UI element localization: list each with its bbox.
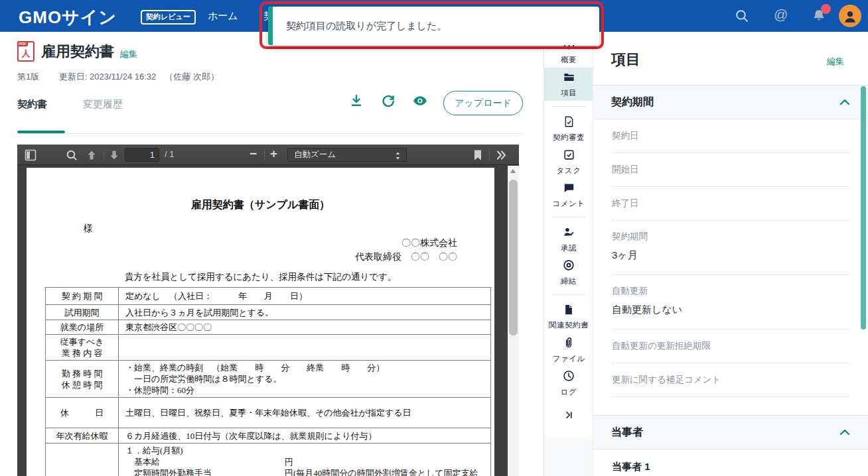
contract-table-row: 勤 務 時 間休 憩 時 間・始業、終業の時刻 （始業 時 分 終業 時 分） …	[46, 361, 491, 398]
panel-field: 自動更新自動更新しない	[612, 275, 850, 329]
section-header[interactable]: 契約期間	[593, 85, 868, 119]
panel-field: 開始日	[612, 153, 850, 187]
side-menu-label: コメント	[552, 199, 585, 209]
field-value: 自動更新しない	[612, 304, 850, 316]
toast-notification: 契約項目の読取りが完了しました。	[268, 7, 599, 45]
contract-doc-title: 雇用契約書（サンプル書面）	[27, 198, 494, 212]
side-menu-label: 締結	[561, 276, 577, 286]
checkbox-icon	[563, 149, 575, 164]
side-menu-item-契約審査[interactable]: 契約審査	[544, 112, 593, 145]
side-menu-item-関連契約書[interactable]: 関連契約書	[544, 300, 593, 333]
side-menu-label: 概要	[561, 55, 577, 65]
comment-icon	[563, 182, 575, 197]
side-menu-item-タスク[interactable]: タスク	[544, 145, 593, 178]
section-header[interactable]: 当事者	[593, 415, 868, 449]
zoom-out-icon[interactable]: −	[250, 147, 257, 161]
side-menu-label: ログ	[561, 387, 577, 397]
pdf-scrollbar-thumb[interactable]	[509, 180, 518, 335]
scroll-up-arrow-icon[interactable]	[510, 169, 516, 173]
target-icon	[562, 259, 575, 274]
chevron-up-icon[interactable]	[839, 98, 850, 106]
tab-contract[interactable]: 契約書	[17, 98, 47, 111]
pdf-scrollbar[interactable]	[508, 166, 519, 476]
panel-field: 更新に関する補足コメント	[612, 363, 850, 397]
pdf-content-area: 雇用契約書（サンプル書面） 様 〇〇株式会社 代表取締役 〇〇 〇〇 貴方を社員…	[17, 166, 519, 476]
download-icon[interactable]	[348, 93, 364, 109]
contract-table-row: 契 約 期 間定めなし （入社日： 年 月 日）	[46, 288, 491, 305]
sidebar-toggle-icon[interactable]	[23, 147, 38, 166]
at-icon[interactable]: @	[774, 7, 790, 23]
zoom-select[interactable]: 自動ズーム	[287, 148, 407, 162]
panel-field: 契約日	[612, 119, 850, 153]
avatar-icon[interactable]	[839, 5, 861, 27]
side-menu-item-承認[interactable]: 承認	[544, 223, 593, 256]
contract-table-row: １．給与(月額) 基本給円 定額時間外勤務手当円(毎月40時間分の時間外割増賃金…	[46, 444, 491, 476]
items-panel: 項目 編集 契約期間契約日開始日終了日契約期間3ヶ月自動更新自動更新しない自動更…	[593, 32, 868, 476]
side-menu-label: 承認	[561, 243, 577, 253]
refresh-icon[interactable]	[380, 93, 396, 109]
side-menu-divider	[552, 217, 585, 217]
field-label: 開始日	[612, 164, 850, 175]
preview-icon[interactable]	[412, 93, 428, 109]
side-menu-item-項目[interactable]: 項目	[544, 68, 593, 101]
page-up-icon[interactable]	[84, 147, 100, 166]
side-menu-label: 項目	[561, 88, 577, 98]
zoom-in-icon[interactable]: +	[270, 147, 277, 161]
side-menu-item-ログ[interactable]: ログ	[544, 367, 593, 400]
side-menu-divider	[552, 294, 585, 295]
document-check-icon	[563, 115, 575, 131]
find-icon[interactable]	[64, 147, 80, 166]
related-doc-icon	[563, 304, 575, 318]
side-menu-divider	[552, 106, 585, 107]
select-arrows-icon	[395, 150, 401, 165]
page-total-label: / 1	[165, 149, 174, 159]
field-label: 終了日	[612, 198, 850, 209]
document-edit-link[interactable]: 編集	[120, 48, 137, 60]
field-label: 自動更新の更新拒絶期限	[612, 341, 850, 351]
collapse-icon	[563, 409, 575, 424]
field-label: 契約日	[612, 131, 850, 141]
panel-field: 終了日	[612, 187, 850, 221]
field-label: 更新に関する補足コメント	[612, 375, 850, 385]
contract-review-badge: 契約レビュー	[141, 10, 196, 25]
page-down-icon[interactable]	[106, 147, 122, 166]
panel-field: 契約期間3ヶ月	[612, 221, 850, 275]
section-title: 契約期間	[611, 95, 654, 109]
panel-edit-link[interactable]: 編集	[827, 56, 844, 68]
panel-field: 当事者 1	[612, 449, 850, 476]
contract-table-row: 試用期間入社日から３ヵ月を試用期間とする。	[46, 305, 491, 320]
side-menu: 概要項目契約審査タスクコメント承認締結関連契約書ファイルログ	[543, 32, 593, 476]
toolbar-expand-icon[interactable]	[493, 147, 509, 166]
field-label: 当事者 1	[612, 461, 850, 473]
page-number-input[interactable]: 1	[125, 148, 159, 162]
side-menu-item-コメント[interactable]: コメント	[544, 178, 593, 211]
side-menu-item-collapse[interactable]	[544, 400, 593, 433]
pdf-page: 雇用契約書（サンプル書面） 様 〇〇株式会社 代表取締役 〇〇 〇〇 貴方を社員…	[27, 168, 494, 476]
side-menu-label: 関連契約書	[549, 320, 589, 330]
search-icon[interactable]	[734, 8, 750, 24]
side-menu-label: 契約審査	[553, 133, 585, 143]
tab-history[interactable]: 変更履歴	[83, 98, 123, 111]
chevron-up-icon[interactable]	[839, 428, 850, 436]
side-menu-item-ファイル[interactable]: ファイル	[544, 333, 593, 367]
annotation-rectangle: 契約項目の読取りが完了しました。	[259, 1, 604, 49]
panel-scrollbar-thumb[interactable]	[861, 86, 866, 329]
contract-table-row: 休 日土曜日、日曜日、祝祭日、夏季・年末年始休暇、その他会社が指定する日	[46, 398, 491, 428]
field-label: 契約期間	[612, 231, 850, 242]
contract-table-row: 年次有給休暇６カ月経過後、10日付与（次年度以降は、就業規則により付与）	[46, 428, 491, 444]
side-menu-item-締結[interactable]: 締結	[544, 256, 593, 289]
section-title: 当事者	[611, 426, 643, 440]
bookmark-icon[interactable]	[470, 147, 486, 166]
side-menu-label: タスク	[557, 166, 581, 176]
upload-button[interactable]: アップロード	[443, 91, 523, 115]
pdf-toolbar: 1 / 1 − + 自動ズーム	[17, 145, 519, 165]
panel-field: 自動更新の更新拒絶期限	[612, 329, 850, 363]
contract-table: 契 約 期 間定めなし （入社日： 年 月 日）試用期間入社日から３ヵ月を試用期…	[45, 287, 491, 476]
nav-item-home[interactable]: ホーム	[208, 10, 238, 23]
gmo-sign-logo[interactable]: GMOサイン	[19, 6, 117, 29]
updated-label: 更新日: 2023/11/24 16:32 （佐藤 次郎）	[59, 72, 219, 82]
panel-title: 項目	[611, 50, 640, 70]
toast-message: 契約項目の読取りが完了しました。	[286, 7, 447, 45]
document-meta: 第1版 更新日: 2023/11/24 16:32 （佐藤 次郎）	[17, 71, 219, 83]
paperclip-icon	[562, 336, 575, 352]
